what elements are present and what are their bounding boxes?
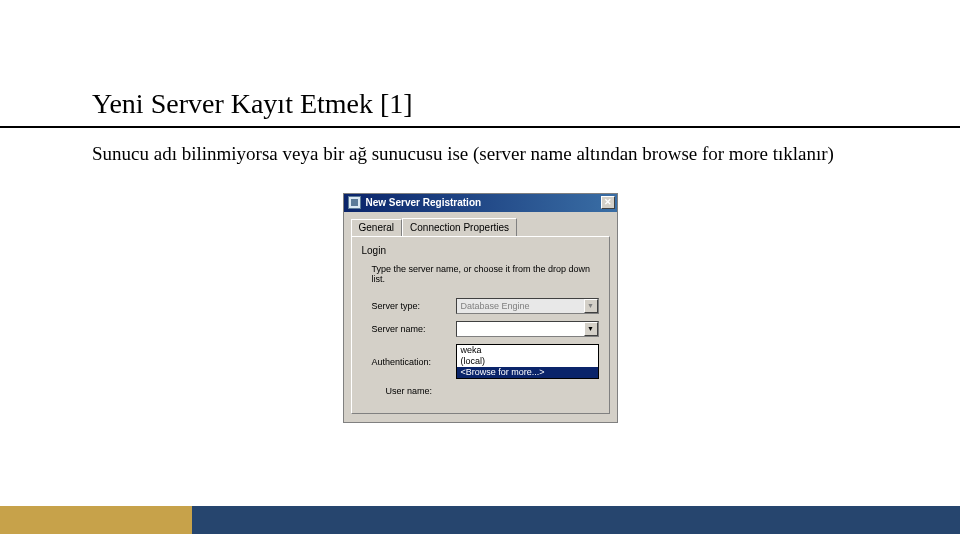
footer-accent-gold [0,506,192,534]
server-name-dropdown-list: weka (local) <Browse for more...> [456,344,599,380]
login-group-label: Login [362,245,599,256]
combo-server-name[interactable]: ▼ [456,321,599,337]
dropdown-item-local[interactable]: (local) [457,356,598,367]
tab-connection-properties[interactable]: Connection Properties [402,218,517,236]
slide-title: Yeni Server Kayıt Etmek [1] [0,0,960,128]
row-server-name: Server name: ▼ [372,321,599,337]
tab-panel-general: Login Type the server name, or choose it… [351,236,610,415]
new-server-registration-dialog: New Server Registration ✕ General Connec… [343,193,618,424]
dialog-title: New Server Registration [366,197,601,208]
label-server-name: Server name: [372,324,456,334]
dialog-title-bar: New Server Registration ✕ [344,194,617,212]
chevron-down-icon[interactable]: ▼ [584,322,598,336]
label-user-name: User name: [372,386,456,396]
instruction-text: Type the server name, or choose it from … [372,264,599,284]
footer-accent-navy [192,506,960,534]
row-user-name: User name: [372,386,599,396]
tab-general[interactable]: General [351,219,403,236]
slide-footer-bar [0,506,960,534]
dropdown-item-weka[interactable]: weka [457,345,598,356]
row-authentication: Authentication: weka (local) <Browse for… [372,344,599,380]
server-icon [348,196,361,209]
slide-body-text: Sunucu adı bilinmiyorsa veya bir ağ sunu… [0,142,960,167]
label-server-type: Server type: [372,301,456,311]
close-button[interactable]: ✕ [601,196,615,209]
combo-server-type-value: Database Engine [457,301,584,311]
row-server-type: Server type: Database Engine ▼ [372,298,599,314]
tab-strip: General Connection Properties [344,212,617,236]
dropdown-item-browse-for-more[interactable]: <Browse for more...> [457,367,598,378]
combo-server-type: Database Engine ▼ [456,298,599,314]
chevron-down-icon: ▼ [584,299,598,313]
label-authentication: Authentication: [372,357,456,367]
